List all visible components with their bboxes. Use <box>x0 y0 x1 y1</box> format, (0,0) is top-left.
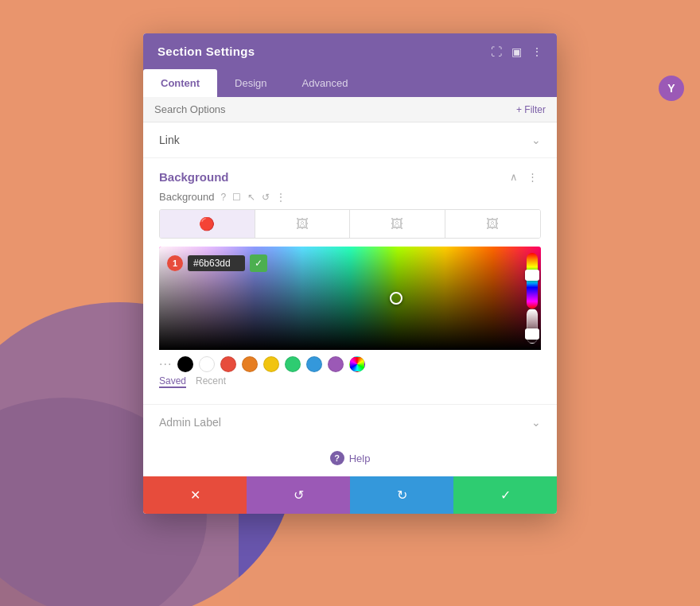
help-row[interactable]: ? Help <box>143 440 557 476</box>
modal-footer: ✕ ↺ ↻ ✓ <box>143 476 557 514</box>
bg-section-controls: ∧ ⋮ <box>507 169 541 185</box>
swatch-blue[interactable] <box>306 356 322 372</box>
video-icon: 🖼 <box>486 217 499 231</box>
more-swatches-icon[interactable]: ··· <box>159 357 172 371</box>
reset-button[interactable]: ↺ <box>247 476 350 514</box>
color-picker-handle[interactable] <box>390 292 402 305</box>
swatch-yellow[interactable] <box>263 356 279 372</box>
color-gradient-canvas[interactable]: 1 ✓ <box>159 247 541 350</box>
redo-button[interactable]: ↻ <box>350 476 453 514</box>
bg-tab-gradient[interactable]: 🖼 <box>255 210 351 238</box>
help-icon[interactable]: ? <box>220 192 226 203</box>
swatch-orange[interactable] <box>242 356 258 372</box>
cancel-button[interactable]: ✕ <box>143 476 247 514</box>
save-button[interactable]: ✓ <box>453 476 557 514</box>
admin-chevron-icon: ⌄ <box>531 416 541 429</box>
hex-input[interactable] <box>188 255 245 271</box>
swatches-row: ··· <box>159 350 541 375</box>
reset-icon[interactable]: ↺ <box>262 192 270 203</box>
swatch-green[interactable] <box>285 356 301 372</box>
more-icon[interactable]: ⋮ <box>531 45 542 58</box>
search-bar: + Filter <box>143 97 557 122</box>
header-icons: ⛶ ▣ ⋮ <box>491 45 542 58</box>
recent-tab[interactable]: Recent <box>196 375 226 388</box>
step-badge: 1 <box>167 255 183 271</box>
fullscreen-icon[interactable]: ⛶ <box>491 45 502 58</box>
copy-icon[interactable]: ☐ <box>232 192 241 203</box>
saved-tab[interactable]: Saved <box>159 375 186 388</box>
alpha-thumb[interactable] <box>525 328 539 340</box>
panel-body: Link ⌄ Background ∧ ⋮ Background ? ☐ <box>143 122 557 476</box>
hue-slider[interactable] <box>527 253 538 309</box>
tabs-bar: Content Design Advanced <box>143 69 557 97</box>
collapse-icon[interactable]: ∧ <box>507 169 521 185</box>
section-settings-modal: Section Settings ⛶ ▣ ⋮ Content Design Ad… <box>143 33 557 514</box>
swatch-red[interactable] <box>220 356 236 372</box>
saved-recent-row: Saved Recent <box>159 375 541 388</box>
gradient-icon: 🖼 <box>296 217 309 231</box>
admin-label-section[interactable]: Admin Label ⌄ <box>143 404 557 440</box>
bg-label-text: Background <box>159 191 214 203</box>
hex-confirm-button[interactable]: ✓ <box>250 254 267 272</box>
bg-more-icon[interactable]: ⋮ <box>524 169 541 185</box>
tab-content[interactable]: Content <box>143 69 217 97</box>
bg-type-tabs: 🔴 🖼 🖼 🖼 <box>159 209 541 239</box>
link-section-row[interactable]: Link ⌄ <box>143 122 557 158</box>
bg-settings-icon[interactable]: ⋮ <box>276 192 286 203</box>
swatch-purple[interactable] <box>328 356 344 372</box>
alpha-slider[interactable] <box>527 309 538 344</box>
color-fill-icon: 🔴 <box>199 216 215 231</box>
link-chevron-icon: ⌄ <box>531 134 541 146</box>
sliders-column <box>523 247 541 350</box>
color-picker[interactable]: 1 ✓ <box>159 247 541 391</box>
swatch-white[interactable] <box>199 356 215 372</box>
search-input[interactable] <box>154 103 516 115</box>
tab-design[interactable]: Design <box>217 69 284 97</box>
link-label: Link <box>159 134 180 146</box>
modal-header: Section Settings ⛶ ▣ ⋮ <box>143 33 557 69</box>
tab-advanced[interactable]: Advanced <box>285 69 366 97</box>
modal-title: Section Settings <box>158 45 255 58</box>
background-title: Background <box>159 170 229 184</box>
filter-button[interactable]: + Filter <box>516 104 546 115</box>
help-circle-icon: ? <box>330 451 344 465</box>
admin-label-text: Admin Label <box>159 416 221 429</box>
help-text: Help <box>349 453 371 464</box>
bg-tab-video[interactable]: 🖼 <box>445 210 541 238</box>
bg-section-header: Background ∧ ⋮ <box>159 158 541 191</box>
layout-icon[interactable]: ▣ <box>511 45 522 58</box>
swatch-rainbow[interactable] <box>349 356 365 372</box>
hue-thumb[interactable] <box>525 270 539 281</box>
cursor-icon[interactable]: ↖ <box>247 192 255 203</box>
image-icon: 🖼 <box>391 217 403 231</box>
bg-label-row: Background ? ☐ ↖ ↺ ⋮ <box>159 191 541 203</box>
bg-tab-color[interactable]: 🔴 <box>160 210 255 238</box>
bg-tab-image[interactable]: 🖼 <box>350 210 445 238</box>
swatch-black[interactable] <box>177 356 193 372</box>
hex-input-row: 1 ✓ <box>167 254 267 272</box>
background-section: Background ∧ ⋮ Background ? ☐ ↖ ↺ ⋮ <box>143 158 557 404</box>
